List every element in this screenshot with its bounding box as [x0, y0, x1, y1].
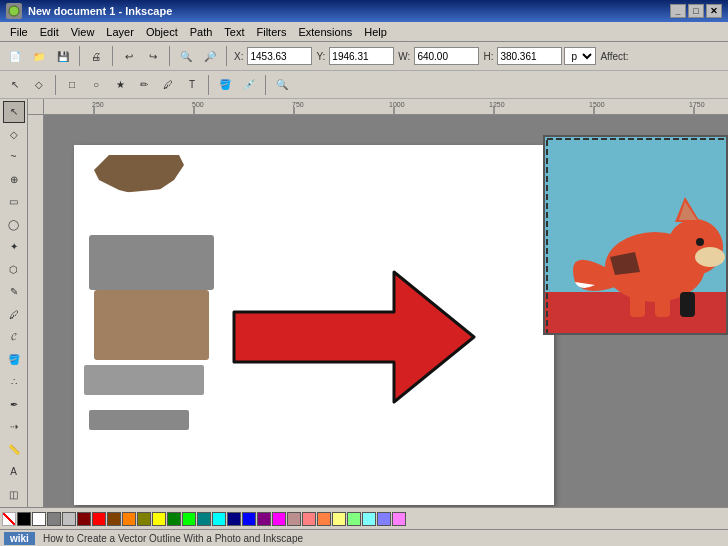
text-tool[interactable]: A: [3, 461, 25, 483]
swatch-pink[interactable]: [302, 512, 316, 526]
measure-tool[interactable]: 📏: [3, 439, 25, 461]
save-btn[interactable]: 💾: [52, 45, 74, 67]
fox-svg: [545, 137, 728, 335]
h-input[interactable]: [497, 47, 562, 65]
pencil-tool[interactable]: ✎: [3, 281, 25, 303]
arrow-indicator: [224, 247, 484, 427]
redo-btn[interactable]: ↪: [142, 45, 164, 67]
menu-extensions[interactable]: Extensions: [292, 25, 358, 39]
select-tool-btn[interactable]: ↖: [4, 74, 26, 96]
svg-rect-31: [680, 292, 695, 317]
undo-btn[interactable]: ↩: [118, 45, 140, 67]
swatch-gray[interactable]: [47, 512, 61, 526]
ruler-horizontal: 250 500 750 1000 1250 1500 1750: [44, 99, 728, 115]
arrow-tool[interactable]: ↖: [3, 101, 25, 123]
swatch-lt-blue[interactable]: [377, 512, 391, 526]
svg-point-0: [9, 6, 19, 16]
rect-btn[interactable]: □: [61, 74, 83, 96]
swatch-yellow[interactable]: [152, 512, 166, 526]
swatch-blue[interactable]: [242, 512, 256, 526]
menu-text[interactable]: Text: [218, 25, 250, 39]
connector-tool[interactable]: ⇢: [3, 416, 25, 438]
toolbox: ↖ ◇ ~ ⊕ ▭ ◯ ✦ ⬡ ✎ 🖊 𝓒 🪣 ∴ ✒ ⇢ 📏 A ◫: [0, 99, 28, 507]
swatch-peach[interactable]: [317, 512, 331, 526]
ellipse-tool[interactable]: ◯: [3, 214, 25, 236]
menu-view[interactable]: View: [65, 25, 101, 39]
callig-tool[interactable]: 𝓒: [3, 326, 25, 348]
swatch-transparent[interactable]: [2, 512, 16, 526]
swatch-white[interactable]: [32, 512, 46, 526]
swatch-olive[interactable]: [137, 512, 151, 526]
swatch-silver[interactable]: [62, 512, 76, 526]
title-bar: New document 1 - Inkscape _ □ ✕: [0, 0, 728, 22]
bezier-btn[interactable]: 🖊: [157, 74, 179, 96]
sep6: [208, 75, 209, 95]
x-input[interactable]: [247, 47, 312, 65]
close-btn[interactable]: ✕: [706, 4, 722, 18]
menu-help[interactable]: Help: [358, 25, 393, 39]
swatch-red[interactable]: [92, 512, 106, 526]
menu-object[interactable]: Object: [140, 25, 184, 39]
svg-rect-19: [84, 365, 204, 395]
swatch-lt-magenta[interactable]: [392, 512, 406, 526]
new-btn[interactable]: 📄: [4, 45, 26, 67]
gradient-tool[interactable]: ◫: [3, 484, 25, 506]
zoom-out-btn[interactable]: 🔎: [199, 45, 221, 67]
print-btn[interactable]: 🖨: [85, 45, 107, 67]
eyedrop-tool[interactable]: ✒: [3, 394, 25, 416]
arrow-svg: [224, 247, 484, 427]
swatch-green[interactable]: [167, 512, 181, 526]
star-tool[interactable]: ✦: [3, 236, 25, 258]
bucket-tool[interactable]: 🪣: [3, 349, 25, 371]
swatch-teal[interactable]: [197, 512, 211, 526]
canvas-area[interactable]: [44, 115, 728, 507]
text-btn[interactable]: T: [181, 74, 203, 96]
window-title: New document 1 - Inkscape: [28, 5, 172, 17]
rect-tool[interactable]: ▭: [3, 191, 25, 213]
pencil-btn[interactable]: ✏: [133, 74, 155, 96]
tweak-tool[interactable]: ~: [3, 146, 25, 168]
swatch-cyan[interactable]: [212, 512, 226, 526]
eyedrop-btn[interactable]: 💉: [238, 74, 260, 96]
menu-filters[interactable]: Filters: [251, 25, 293, 39]
sep7: [265, 75, 266, 95]
swatch-black[interactable]: [17, 512, 31, 526]
circle-btn[interactable]: ○: [85, 74, 107, 96]
maximize-btn[interactable]: □: [688, 4, 704, 18]
zoom-in-btn[interactable]: 🔍: [175, 45, 197, 67]
swatch-magenta[interactable]: [272, 512, 286, 526]
zoom-tool[interactable]: ⊕: [3, 169, 25, 191]
minimize-btn[interactable]: _: [670, 4, 686, 18]
swatch-lt-yellow[interactable]: [332, 512, 346, 526]
menu-file[interactable]: File: [4, 25, 34, 39]
w-input[interactable]: [414, 47, 479, 65]
swatch-rosy-brown[interactable]: [287, 512, 301, 526]
swatch-navy[interactable]: [227, 512, 241, 526]
swatch-lt-green[interactable]: [347, 512, 361, 526]
swatch-brown[interactable]: [107, 512, 121, 526]
swatch-lt-cyan[interactable]: [362, 512, 376, 526]
unit-select[interactable]: px: [564, 47, 596, 65]
menu-path[interactable]: Path: [184, 25, 219, 39]
pen-tool[interactable]: 🖊: [3, 304, 25, 326]
y-input[interactable]: [329, 47, 394, 65]
open-btn[interactable]: 📁: [28, 45, 50, 67]
fill-btn[interactable]: 🪣: [214, 74, 236, 96]
menu-edit[interactable]: Edit: [34, 25, 65, 39]
zoom-tool-btn[interactable]: 🔍: [271, 74, 293, 96]
sep5: [55, 75, 56, 95]
swatch-lime[interactable]: [182, 512, 196, 526]
spray-tool[interactable]: ∴: [3, 371, 25, 393]
star-btn[interactable]: ★: [109, 74, 131, 96]
node-tool-btn[interactable]: ◇: [28, 74, 50, 96]
swatch-orange[interactable]: [122, 512, 136, 526]
toolbar-area: 📄 📁 💾 🖨 ↩ ↪ 🔍 🔎 X: Y: W: H: px Affect:: [0, 42, 728, 71]
svg-marker-33: [234, 272, 474, 402]
menu-layer[interactable]: Layer: [100, 25, 140, 39]
svg-point-25: [695, 247, 725, 267]
node-edit-tool[interactable]: ◇: [3, 124, 25, 146]
svg-rect-29: [630, 292, 645, 317]
3d-box-tool[interactable]: ⬡: [3, 259, 25, 281]
swatch-purple[interactable]: [257, 512, 271, 526]
swatch-maroon[interactable]: [77, 512, 91, 526]
